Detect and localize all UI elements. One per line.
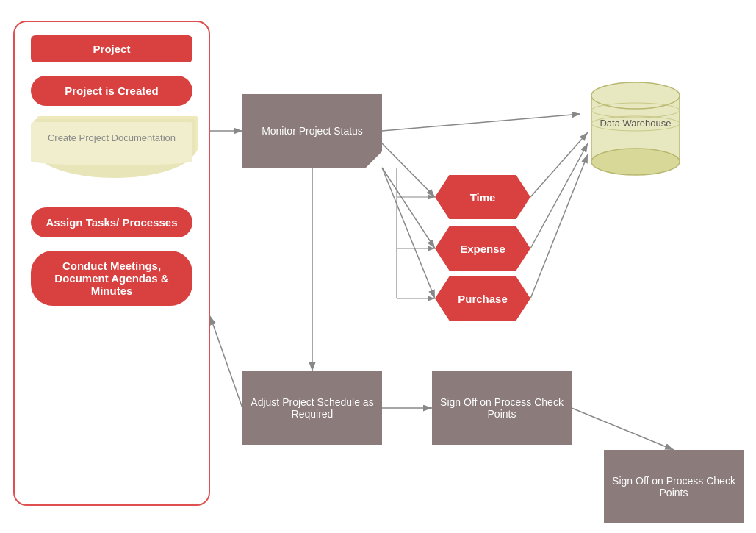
sign-off-1-box: Sign Off on Process Check Points xyxy=(432,371,572,445)
diagram-canvas: Project Project is Created Create Projec… xyxy=(0,0,756,533)
data-warehouse-label: Data Warehouse xyxy=(580,118,691,129)
svg-line-9 xyxy=(382,143,435,197)
conduct-meetings-box: Conduct Meetings, Document Agendas & Min… xyxy=(31,251,192,306)
monitor-project-box: Monitor Project Status xyxy=(242,94,382,168)
monitor-project-label: Monitor Project Status xyxy=(262,125,363,137)
project-created-box: Project is Created xyxy=(31,76,192,106)
svg-point-2 xyxy=(591,149,680,175)
svg-line-18 xyxy=(572,408,674,450)
expense-hexagon: Expense xyxy=(435,226,530,271)
expense-label: Expense xyxy=(460,243,505,255)
svg-line-13 xyxy=(530,143,588,248)
purchase-label: Purchase xyxy=(458,293,508,305)
svg-line-11 xyxy=(382,168,435,298)
sign-off-2-label: Sign Off on Process Check Points xyxy=(611,475,736,498)
svg-line-10 xyxy=(382,168,435,248)
purchase-hexagon: Purchase xyxy=(435,276,530,321)
sign-off-2-box: Sign Off on Process Check Points xyxy=(604,450,744,523)
svg-line-12 xyxy=(530,132,588,197)
adjust-schedule-box: Adjust Project Schedule as Required xyxy=(242,371,382,445)
data-warehouse-cylinder: Data Warehouse xyxy=(580,74,691,176)
create-docs-box: Create Project Documentation xyxy=(31,122,192,188)
svg-line-8 xyxy=(382,114,580,131)
time-hexagon: Time xyxy=(435,175,530,219)
sign-off-1-label: Sign Off on Process Check Points xyxy=(439,396,564,420)
time-label: Time xyxy=(470,191,496,204)
adjust-schedule-label: Adjust Project Schedule as Required xyxy=(250,396,375,420)
assign-tasks-box: Assign Tasks/ Processes xyxy=(31,207,192,237)
project-title-box: Project xyxy=(31,35,192,62)
svg-line-16 xyxy=(210,316,242,408)
create-docs-label: Create Project Documentation xyxy=(31,122,192,158)
left-panel: Project Project is Created Create Projec… xyxy=(13,21,210,506)
svg-line-14 xyxy=(530,154,588,298)
